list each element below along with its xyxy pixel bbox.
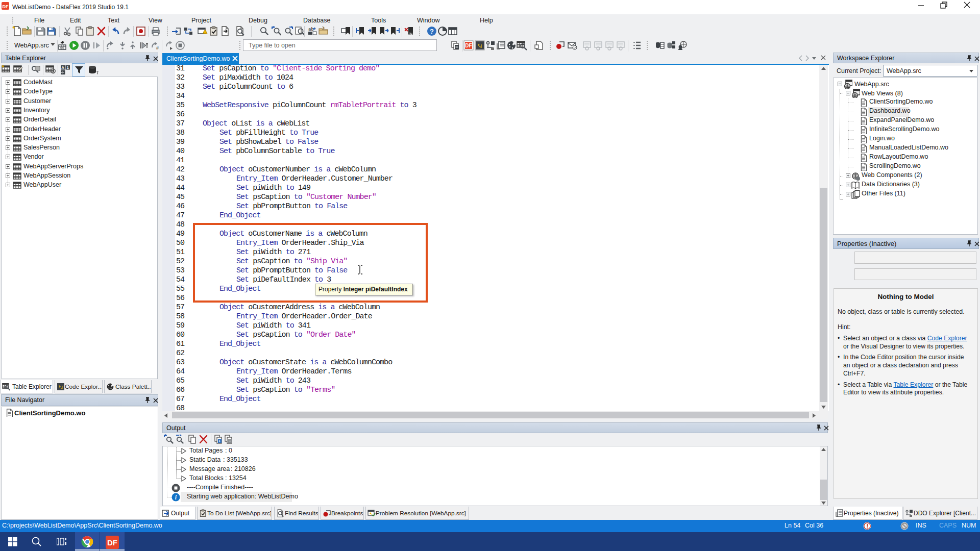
svg-text:DF: DF (107, 538, 117, 547)
svg-text:DF: DF (465, 43, 472, 48)
svg-text:A: A (61, 65, 64, 70)
svg-text:#: # (156, 45, 159, 51)
svg-text:DF: DF (3, 4, 9, 9)
svg-text:?: ? (430, 28, 434, 35)
svg-text:1: 1 (67, 65, 69, 70)
